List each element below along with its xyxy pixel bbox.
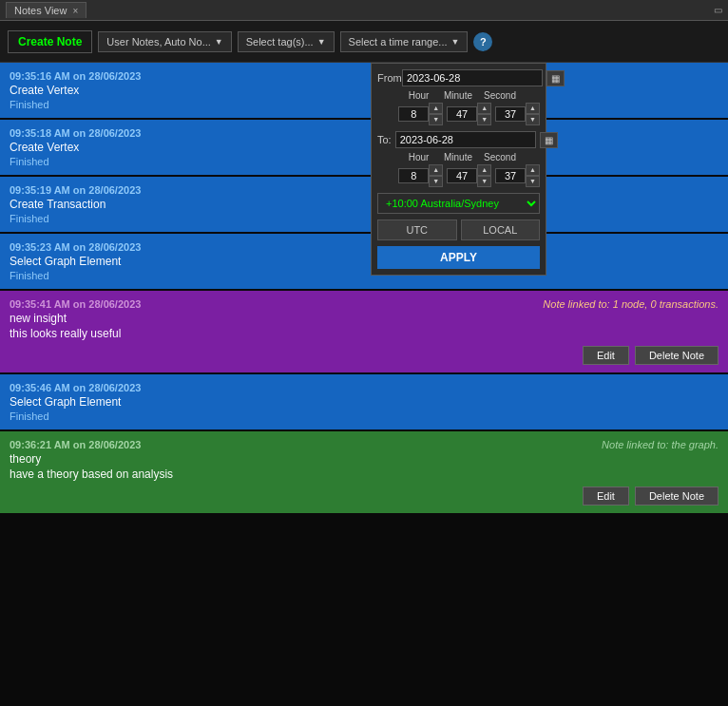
note-timestamp-4: 09:35:23 AM on 28/06/2023 <box>10 241 718 253</box>
from-date-input[interactable] <box>402 69 543 86</box>
note-body-5: this looks really useful <box>10 327 718 340</box>
to-second-down-icon[interactable]: ▼ <box>526 176 540 187</box>
note-status-1: Finished <box>10 99 718 110</box>
time-range-dropdown[interactable]: Select a time range... ▼ <box>340 31 469 52</box>
timezone-select[interactable]: +10:00 Australia/Sydney <box>377 193 540 214</box>
from-second-down-icon[interactable]: ▼ <box>526 114 540 125</box>
from-hour-spinner[interactable]: ▲ ▼ <box>398 103 443 125</box>
notes-view-tab[interactable]: Notes View × <box>6 2 86 18</box>
apply-button[interactable]: APPLY <box>377 246 540 269</box>
note-title-3: Create Transaction <box>10 198 718 211</box>
window-controls: ▭ <box>714 5 722 15</box>
note-timestamp-1: 09:35:16 AM on 28/06/2023 <box>10 70 718 82</box>
delete-note-5-button[interactable]: Delete Note <box>635 346 718 365</box>
note-timestamp-2: 09:35:18 AM on 28/06/2023 <box>10 127 718 139</box>
local-button[interactable]: LOCAL <box>461 219 541 240</box>
title-bar: Notes View × ▭ <box>0 0 728 21</box>
user-notes-label: User Notes, Auto No... <box>106 36 210 48</box>
note-linked-7: Note linked to: the graph. <box>602 439 718 450</box>
note-status-2: Finished <box>10 156 718 167</box>
note-title-4: Select Graph Element <box>10 255 718 268</box>
note-title-7: theory <box>10 452 718 466</box>
to-date-input[interactable] <box>395 131 536 148</box>
to-minute-input[interactable] <box>447 168 477 183</box>
minute-label-to: Minute <box>439 152 477 162</box>
from-minute-input[interactable] <box>447 106 477 122</box>
from-hour-down-icon[interactable]: ▼ <box>429 114 443 125</box>
time-range-label: Select a time range... <box>349 36 448 48</box>
note-timestamp-3: 09:35:19 AM on 28/06/2023 <box>10 184 718 196</box>
note-status-3: Finished <box>10 213 718 224</box>
from-hour-up-icon[interactable]: ▲ <box>429 103 443 114</box>
note-item-6: 09:35:46 AM on 28/06/2023 Select Graph E… <box>0 374 728 429</box>
note-title-5: new insight <box>10 312 718 325</box>
create-note-button[interactable]: Create Note <box>8 30 92 53</box>
select-tags-label: Select tag(s)... <box>246 36 314 48</box>
from-second-input[interactable] <box>495 106 526 122</box>
utc-button[interactable]: UTC <box>377 219 457 240</box>
to-minute-up-icon[interactable]: ▲ <box>477 164 491 176</box>
to-label: To: <box>377 134 392 145</box>
delete-note-7-button[interactable]: Delete Note <box>635 487 718 506</box>
note-item-3: 09:35:19 AM on 28/06/2023 Create Transac… <box>0 177 728 232</box>
note-item-1: 09:35:16 AM on 28/06/2023 Create Vertex … <box>0 63 728 118</box>
edit-note-7-button[interactable]: Edit <box>583 487 629 506</box>
from-minute-up-icon[interactable]: ▲ <box>477 103 491 114</box>
from-second-up-icon[interactable]: ▲ <box>526 103 540 114</box>
to-second-input[interactable] <box>495 168 526 183</box>
note-timestamp-6: 09:35:46 AM on 28/06/2023 <box>10 382 718 393</box>
to-hour-input[interactable] <box>398 168 429 183</box>
tab-label: Notes View <box>14 5 67 16</box>
user-notes-arrow-icon: ▼ <box>215 37 223 47</box>
select-tags-dropdown[interactable]: Select tag(s)... ▼ <box>238 31 335 52</box>
note-item-7: 09:36:21 AM on 28/06/2023 Note linked to… <box>0 431 728 513</box>
help-button[interactable]: ? <box>473 32 492 51</box>
time-range-arrow-icon: ▼ <box>451 37 460 47</box>
note-item-5: 09:35:41 AM on 28/06/2023 Note linked to… <box>0 291 728 372</box>
note-linked-5: Note linked to: 1 node, 0 transactions. <box>543 298 718 310</box>
edit-note-5-button[interactable]: Edit <box>583 346 629 365</box>
to-hour-down-icon[interactable]: ▼ <box>429 176 443 187</box>
second-label-from: Second <box>481 90 519 101</box>
from-minute-spinner[interactable]: ▲ ▼ <box>447 103 491 125</box>
close-tab-icon[interactable]: × <box>72 6 78 16</box>
note-status-6: Finished <box>10 410 718 422</box>
to-hour-spinner[interactable]: ▲ ▼ <box>398 164 443 187</box>
select-tags-arrow-icon: ▼ <box>317 37 326 47</box>
note-status-4: Finished <box>10 270 718 281</box>
note-timestamp-7: 09:36:21 AM on 28/06/2023 <box>10 439 141 450</box>
from-calendar-icon[interactable]: ▦ <box>546 70 565 86</box>
to-second-spinner[interactable]: ▲ ▼ <box>495 164 540 187</box>
to-calendar-icon[interactable]: ▦ <box>540 132 558 148</box>
to-second-up-icon[interactable]: ▲ <box>526 164 540 176</box>
hour-label-from: Hour <box>402 90 435 101</box>
note-body-7: have a theory based on analysis <box>10 467 718 481</box>
note-title-1: Create Vertex <box>10 84 718 97</box>
from-minute-down-icon[interactable]: ▼ <box>477 114 491 125</box>
note-title-2: Create Vertex <box>10 141 718 154</box>
note-item-2: 09:35:18 AM on 28/06/2023 Create Vertex … <box>0 120 728 175</box>
from-label: From: <box>377 72 398 84</box>
to-minute-spinner[interactable]: ▲ ▼ <box>447 164 491 187</box>
time-range-popup: From: ▦ Hour Minute Second ▲ ▼ <box>371 63 546 276</box>
from-hour-input[interactable] <box>398 106 429 122</box>
to-minute-down-icon[interactable]: ▼ <box>477 176 491 187</box>
from-second-spinner[interactable]: ▲ ▼ <box>495 103 540 125</box>
note-title-6: Select Graph Element <box>10 395 718 409</box>
user-notes-dropdown[interactable]: User Notes, Auto No... ▼ <box>98 31 231 52</box>
to-hour-up-icon[interactable]: ▲ <box>429 164 443 176</box>
hour-label-to: Hour <box>402 152 435 162</box>
minute-label-from: Minute <box>439 90 477 101</box>
notes-container: 09:35:16 AM on 28/06/2023 Create Vertex … <box>0 63 728 706</box>
note-timestamp-5: 09:35:41 AM on 28/06/2023 <box>10 298 141 310</box>
note-item-4: 09:35:23 AM on 28/06/2023 Select Graph E… <box>0 234 728 289</box>
toolbar: Create Note User Notes, Auto No... ▼ Sel… <box>0 21 728 63</box>
second-label-to: Second <box>481 152 519 162</box>
